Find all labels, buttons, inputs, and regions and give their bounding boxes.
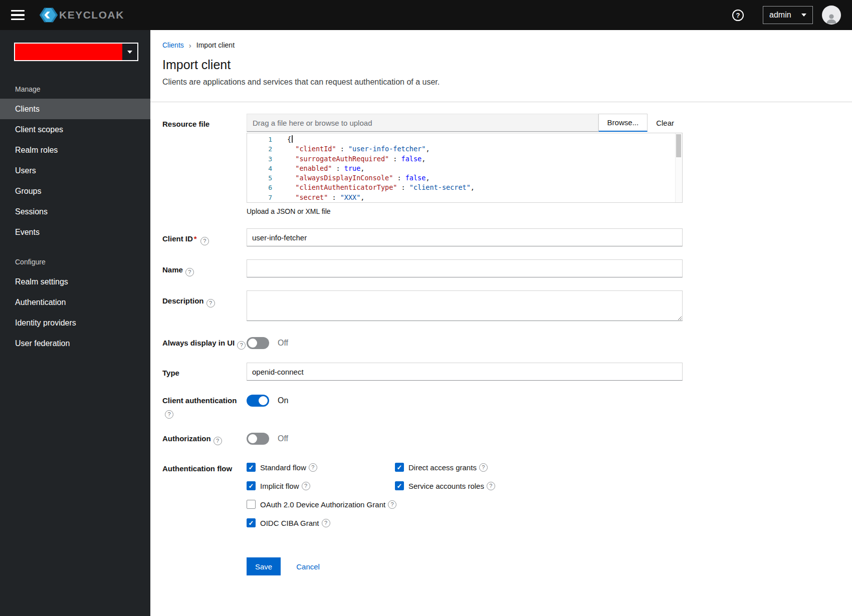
code-line: 7 "secret" : "XXX", [247, 193, 682, 202]
sidebar-item-label: Client scopes [15, 125, 63, 134]
sidebar-item-groups[interactable]: Groups [0, 181, 150, 201]
brand-logo[interactable]: KEYCLOAK [40, 8, 124, 23]
nav-section-header: Manage [0, 85, 150, 99]
auth-flow-standard-flow[interactable]: Standard flow ? [247, 463, 395, 472]
checkbox[interactable] [247, 481, 256, 490]
required-asterisk: * [194, 234, 197, 243]
line-number: 3 [247, 154, 272, 164]
always-display-toggle[interactable] [247, 337, 269, 349]
sidebar-item-identity-providers[interactable]: Identity providers [0, 313, 150, 333]
code-line: 4 "enabled" : true, [247, 164, 682, 173]
line-number: 1 [247, 135, 272, 144]
user-menu-label: admin [769, 11, 791, 20]
help-icon[interactable]: ? [165, 410, 173, 419]
file-upload-dropzone[interactable]: Drag a file here or browse to upload [247, 114, 598, 132]
authorization-toggle[interactable] [247, 433, 269, 445]
authentication-flow-options: Standard flow ? Direct access grants ? I… [247, 458, 683, 527]
line-number: 7 [247, 193, 272, 202]
page: KEYCLOAK ? admin Manage Clients Cli [0, 0, 852, 616]
editor-scrollbar-thumb[interactable] [676, 134, 681, 157]
sidebar-item-label: Clients [15, 105, 40, 114]
sidebar-item-client-scopes[interactable]: Client scopes [0, 119, 150, 140]
toggle-state-label: Off [278, 434, 288, 443]
sidebar-item-events[interactable]: Events [0, 222, 150, 242]
import-client-form: Resource file Drag a file here or browse… [150, 102, 852, 616]
json-code-editor[interactable]: 1{2 "clientId" : "user-info-fetcher",3 "… [247, 133, 683, 203]
client-id-row: Client ID*? [162, 228, 840, 246]
hamburger-menu-icon[interactable] [11, 10, 25, 20]
help-icon[interactable]: ? [322, 519, 330, 527]
avatar[interactable] [822, 6, 841, 25]
editor-scrollbar[interactable] [675, 133, 682, 202]
help-icon[interactable]: ? [309, 463, 317, 472]
breadcrumb: Clients › Import client [162, 41, 840, 49]
checkbox-label: OAuth 2.0 Device Authorization Grant [260, 500, 385, 509]
help-icon[interactable]: ? [302, 482, 310, 490]
nav-section-header: Configure [0, 258, 150, 271]
name-input[interactable] [247, 259, 683, 277]
realm-selector-dropdown[interactable] [14, 43, 138, 61]
sidebar-item-label: Realm roles [15, 146, 58, 155]
checkbox[interactable] [247, 500, 256, 509]
help-icon[interactable]: ? [237, 341, 246, 350]
chevron-down-icon [801, 14, 806, 17]
sidebar-item-authentication[interactable]: Authentication [0, 292, 150, 313]
sidebar-item-label: Sessions [15, 207, 48, 216]
client-authentication-row: Client authentication? On [162, 394, 840, 419]
sidebar-item-user-federation[interactable]: User federation [0, 333, 150, 354]
help-icon[interactable]: ? [185, 268, 194, 276]
person-icon [825, 13, 837, 25]
toggle-state-label: On [278, 396, 288, 405]
sidebar-item-clients[interactable]: Clients [0, 99, 150, 119]
description-row: Description? [162, 290, 840, 323]
help-icon[interactable]: ? [732, 10, 744, 21]
client-id-input[interactable] [247, 228, 683, 246]
auth-flow-oauth-device-grant[interactable]: OAuth 2.0 Device Authorization Grant ? [247, 500, 683, 509]
save-button[interactable]: Save [247, 557, 281, 575]
checkbox-label: Implicit flow [260, 482, 299, 490]
clear-button[interactable]: Clear [648, 114, 683, 132]
keycloak-logo-icon [40, 8, 58, 23]
sidebar-item-label: Authentication [15, 298, 66, 307]
help-icon[interactable]: ? [200, 237, 209, 245]
breadcrumb-link-clients[interactable]: Clients [162, 41, 184, 49]
description-textarea[interactable] [247, 290, 683, 321]
type-label: Type [162, 363, 247, 381]
sidebar-item-users[interactable]: Users [0, 160, 150, 181]
help-icon[interactable]: ? [479, 463, 488, 472]
checkbox[interactable] [247, 463, 256, 472]
auth-flow-direct-access-grants[interactable]: Direct access grants ? [395, 463, 683, 472]
checkbox[interactable] [395, 481, 404, 490]
cancel-button[interactable]: Cancel [296, 562, 320, 571]
angle-right-icon: › [189, 42, 191, 49]
user-menu-dropdown[interactable]: admin [763, 6, 813, 24]
code-line: 3 "surrogateAuthRequired" : false, [247, 154, 682, 164]
help-icon[interactable]: ? [206, 299, 215, 307]
code-line: 2 "clientId" : "user-info-fetcher", [247, 144, 682, 154]
page-header: Clients › Import client Import client Cl… [150, 30, 852, 102]
sidebar-item-sessions[interactable]: Sessions [0, 201, 150, 222]
client-id-label: Client ID*? [162, 228, 247, 246]
checkbox[interactable] [247, 518, 256, 527]
client-authentication-toggle[interactable] [247, 395, 269, 407]
help-icon[interactable]: ? [214, 437, 222, 445]
help-icon[interactable]: ? [487, 482, 495, 490]
line-number: 4 [247, 164, 272, 173]
main-content: Clients › Import client Import client Cl… [150, 30, 852, 616]
help-icon[interactable]: ? [388, 500, 396, 509]
page-title: Import client [162, 58, 840, 72]
browse-button[interactable]: Browse... [598, 114, 648, 132]
auth-flow-service-accounts-roles[interactable]: Service accounts roles ? [395, 481, 683, 490]
type-input[interactable] [247, 363, 683, 381]
sidebar-item-realm-settings[interactable]: Realm settings [0, 271, 150, 292]
line-number: 5 [247, 173, 272, 183]
code-editor-lines: 1{2 "clientId" : "user-info-fetcher",3 "… [247, 135, 682, 202]
checkbox[interactable] [395, 463, 404, 472]
sidebar-item-realm-roles[interactable]: Realm roles [0, 140, 150, 160]
auth-flow-implicit-flow[interactable]: Implicit flow ? [247, 481, 395, 490]
auth-flow-oidc-ciba-grant[interactable]: OIDC CIBA Grant ? [247, 518, 683, 527]
line-number: 2 [247, 144, 272, 154]
file-upload: Drag a file here or browse to upload Bro… [247, 114, 683, 132]
sidebar-item-label: User federation [15, 339, 70, 348]
type-row: Type [162, 363, 840, 381]
